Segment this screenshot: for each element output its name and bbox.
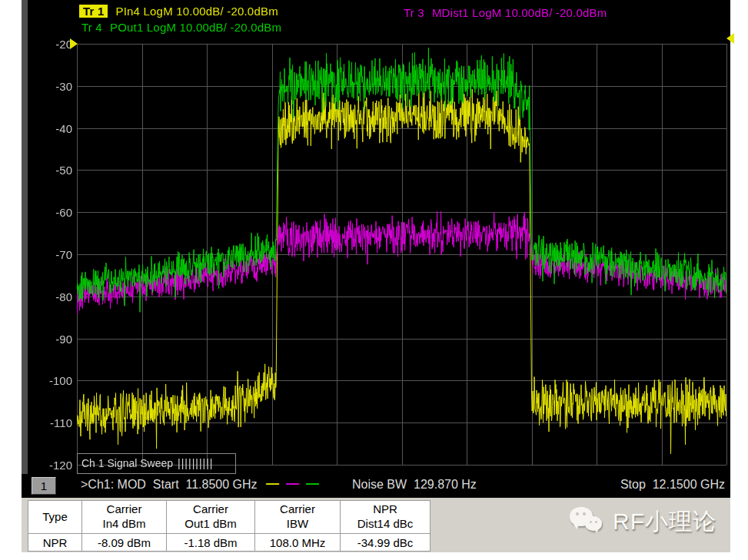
trace-status-row-2: Tr 4 POut1 LogM 10.00dB/ -20.0dBm: [81, 21, 281, 34]
trace3-readout[interactable]: MDist1 LogM 10.00dB/ -20.0dBm: [432, 6, 607, 19]
sweep-progress-ticks: ||||||||||: [178, 457, 213, 469]
noise-bw-readout: Noise BW 129.870 Hz: [352, 478, 477, 492]
channel-info-readout: >Ch1: MOD Start 11.8500 GHz: [81, 478, 258, 492]
y-axis-tick-label: -100: [37, 374, 72, 387]
table-cell: -34.99 dBc: [341, 534, 431, 552]
y-axis-tick-label: -80: [37, 290, 72, 303]
instrument-screenshot: Tr 1 PIn4 LogM 10.00dB/ -20.0dBm Tr 3 MD…: [0, 0, 748, 560]
trace-status-row-1b: Tr 3 MDist1 LogM 10.00dB/ -20.0dBm: [404, 6, 607, 19]
trace-color-legend-dashes: ———: [266, 476, 319, 492]
trace1-badge[interactable]: Tr 1: [79, 5, 108, 18]
results-panel: TypeCarrier In4 dBmCarrier Out1 dBmCarri…: [22, 498, 730, 552]
y-axis-tick-label: -90: [37, 333, 72, 346]
y-axis-tick-label: -30: [37, 80, 72, 93]
watermark: RF小理论: [570, 505, 716, 538]
table-header-cell: Carrier Out1 dBm: [167, 501, 255, 534]
trace4-badge[interactable]: Tr 4: [81, 21, 102, 34]
stop-frequency-readout: Stop 12.1500 GHz: [620, 478, 725, 492]
channel-1-button[interactable]: 1: [32, 477, 56, 495]
screen-bezel-left: [22, 0, 28, 498]
y-axis-tick-label: -70: [37, 248, 72, 261]
watermark-text: RF小理论: [613, 506, 716, 538]
ref-level-marker-right[interactable]: [726, 33, 734, 44]
trace1-readout[interactable]: PIn4 LogM 10.00dB/ -20.0dBm: [115, 5, 278, 18]
sweep-status-box: Ch 1 Signal Sweep||||||||||: [77, 453, 236, 474]
npr-results-table: TypeCarrier In4 dBmCarrier Out1 dBmCarri…: [28, 500, 431, 552]
y-axis-tick-label: -20: [37, 38, 72, 51]
trace-dash: —: [286, 476, 299, 492]
sweep-status-label: Ch 1 Signal Sweep: [81, 457, 173, 469]
table-header-cell: Carrier In4 dBm: [82, 501, 167, 534]
table-header-cell: Carrier IBW: [255, 501, 341, 534]
ref-level-marker-left[interactable]: [70, 38, 78, 49]
y-axis-tick-label: -110: [37, 416, 72, 429]
table-cell: -1.18 dBm: [167, 534, 255, 552]
y-axis-tick-label: -50: [37, 164, 72, 177]
y-axis-tick-label: -120: [37, 459, 72, 472]
wechat-icon: [570, 505, 607, 538]
trace3-badge[interactable]: Tr 3: [404, 6, 424, 19]
table-cell: 108.0 MHz: [255, 534, 341, 552]
spectrum-plot-canvas: [22, 0, 730, 498]
trace4-readout[interactable]: POut1 LogM 10.00dB/ -20.0dBm: [110, 21, 281, 34]
trace-status-row-1: Tr 1 PIn4 LogM 10.00dB/ -20.0dBm: [79, 5, 278, 18]
y-axis-tick-label: -60: [37, 206, 72, 219]
table-header-cell: Type: [28, 501, 82, 534]
table-row: NPR-8.09 dBm-1.18 dBm108.0 MHz-34.99 dBc: [28, 534, 431, 552]
channel-status-bar: 1 >Ch1: MOD Start 11.8500 GHz ——— Noise …: [22, 474, 730, 498]
table-header-cell: NPR Dist14 dBc: [341, 501, 431, 534]
table-cell: NPR: [28, 534, 82, 552]
trace-dash: —: [306, 476, 319, 492]
trace-dash: —: [266, 476, 279, 492]
analyzer-screen: Tr 1 PIn4 LogM 10.00dB/ -20.0dBm Tr 3 MD…: [22, 0, 730, 498]
y-axis-tick-label: -40: [37, 122, 72, 135]
table-cell: -8.09 dBm: [82, 534, 167, 552]
